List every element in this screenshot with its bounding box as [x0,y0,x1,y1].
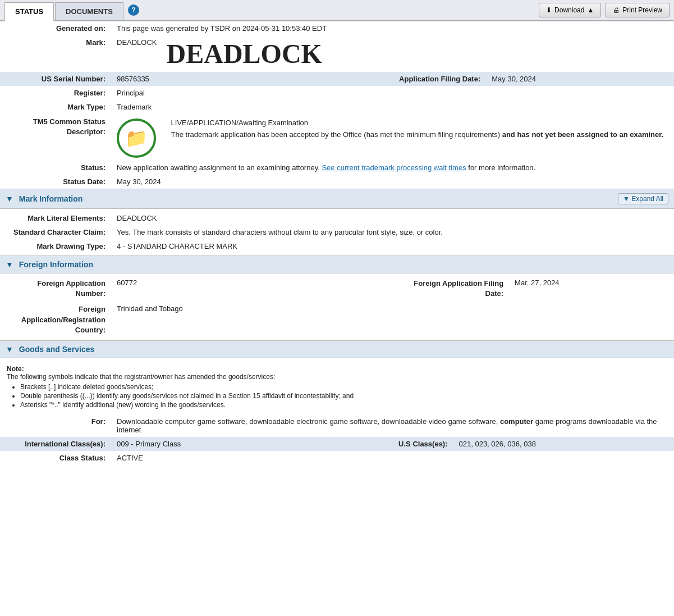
status-date-label: Status Date: [0,175,112,189]
tab-documents[interactable]: DOCUMENTS [55,2,123,20]
goods-services-section-header[interactable]: ▼ Goods and Services [0,340,674,358]
folder-icon: 📁 [125,127,148,149]
register-label: Register: [0,86,112,100]
foreign-country-label: ForeignApplication/RegistrationCountry: [0,302,112,338]
tab-status[interactable]: STATUS [4,2,54,21]
app-filing-value: May 30, 2024 [487,72,674,86]
tm5-icon-cell: 📁 [112,114,162,161]
std-char-row: Standard Character Claim: Yes. The mark … [0,225,674,239]
literal-elements-row: Mark Literal Elements: DEADLOCK [0,211,674,225]
gs-bullet-3: Asterisks "*.." identify additional (new… [20,401,667,409]
gs-table: For: Downloadable computer game software… [0,414,674,465]
foreign-app-number-value: 60772 [112,276,201,302]
generated-label: Generated on: [0,21,112,35]
tm5-label: TM5 Common StatusDescriptor: [0,114,112,161]
register-value: Principal [112,86,674,100]
generated-row: Generated on: This page was generated by… [0,21,674,35]
help-icon[interactable]: ? [128,4,139,16]
gs-for-row: For: Downloadable computer game software… [0,414,674,437]
gs-class-status-row: Class Status: ACTIVE [0,451,674,465]
tm5-status-title: LIVE/APPLICATION/Awaiting Examination [171,118,670,127]
generated-value: This page was generated by TSDR on 2024-… [112,21,674,35]
print-icon: 🖨 [613,6,620,14]
mark-info-header-left: ▼ Mark Information [6,194,82,203]
drawing-type-label: Mark Drawing Type: [0,239,112,253]
gs-note: Note: The following symbols indicate tha… [0,361,674,414]
print-label: Print Preview [622,6,662,14]
foreign-info-section-header[interactable]: ▼ Foreign Information [0,255,674,273]
goods-services-body: Note: The following symbols indicate tha… [0,358,674,467]
drawing-type-value: 4 - STANDARD CHARACTER MARK [112,239,674,253]
download-label: Download [554,6,584,14]
status-label: Status: [0,161,112,175]
top-info-table: Generated on: This page was generated by… [0,21,674,189]
print-preview-button[interactable]: 🖨 Print Preview [606,3,670,17]
gs-class-status-label: Class Status: [0,451,112,465]
mark-type-value: Trademark [112,100,674,114]
std-char-label: Standard Character Claim: [0,225,112,239]
expand-icon: ▼ [623,195,630,203]
mark-display: DEADLOCK [162,35,674,72]
gs-intl-class-value: 009 - Primary Class [112,437,299,451]
status-value-plain: New application awaiting assignment to a… [117,163,320,172]
mark-info-table: Mark Literal Elements: DEADLOCK Standard… [0,211,674,253]
gs-for-value: Downloadable computer game software, dow… [112,414,674,437]
download-arrow: ▲ [587,6,594,14]
us-serial-value: 98576335 [112,72,162,86]
status-value-after: for more information. [468,163,535,172]
mark-type-row: Mark Type: Trademark [0,100,674,114]
tab-actions: ⬇ Download ▲ 🖨 Print Preview [539,3,670,17]
goods-services-triangle: ▼ [6,345,13,354]
download-button[interactable]: ⬇ Download ▲ [539,3,601,17]
status-row: Status: New application awaiting assignm… [0,161,674,175]
foreign-info-title: Foreign Information [19,260,93,269]
foreign-info-table: Foreign ApplicationNumber: 60772 Foreign… [0,276,674,338]
goods-services-header-left: ▼ Goods and Services [6,345,94,354]
status-value-cell: New application awaiting assignment to a… [112,161,674,175]
mark-info-title: Mark Information [19,194,83,203]
gs-class-row: International Class(es): 009 - Primary C… [0,437,674,451]
gs-us-class-value: 021, 023, 026, 036, 038 [455,437,674,451]
main-content: Generated on: This page was generated by… [0,21,674,467]
download-icon: ⬇ [546,6,552,14]
status-date-value: May 30, 2024 [112,175,674,189]
gs-note-intro: The following symbols indicate that the … [7,373,275,381]
drawing-type-row: Mark Drawing Type: 4 - STANDARD CHARACTE… [0,239,674,253]
gs-class-status-value: ACTIVE [112,451,674,465]
foreign-info-header-left: ▼ Foreign Information [6,260,93,269]
expand-all-button[interactable]: ▼ Expand All [618,193,668,204]
gs-note-label: Note: [7,365,24,373]
gs-intl-class-label: International Class(es): [0,437,112,451]
mark-label: Mark: [0,35,112,72]
gs-bullet-2: Double parenthesis ((...)) identify any … [20,392,667,400]
literal-value: DEADLOCK [112,211,674,225]
foreign-app-filing-label: Foreign Application FilingDate: [201,276,510,302]
expand-all-label: Expand All [631,195,663,203]
gs-bullet-1: Brackets [..] indicate deleted goods/ser… [20,383,667,391]
mark-type-label: Mark Type: [0,100,112,114]
tabs-bar: STATUS DOCUMENTS ? ⬇ Download ▲ 🖨 Print … [0,0,674,21]
tm5-row: TM5 Common StatusDescriptor: 📁 LIVE/APPL… [0,114,674,161]
foreign-app-number-label: Foreign ApplicationNumber: [0,276,112,302]
status-link[interactable]: See current trademark processing wait ti… [322,163,466,172]
mark-info-section-header[interactable]: ▼ Mark Information ▼ Expand All [0,189,674,209]
goods-services-title: Goods and Services [19,345,95,354]
mark-info-body: Mark Literal Elements: DEADLOCK Standard… [0,209,674,255]
status-date-row: Status Date: May 30, 2024 [0,175,674,189]
serial-row: US Serial Number: 98576335 Application F… [0,72,674,86]
foreign-country-row: ForeignApplication/RegistrationCountry: … [0,302,674,338]
foreign-info-body: Foreign ApplicationNumber: 60772 Foreign… [0,273,674,340]
foreign-info-triangle: ▼ [6,260,13,269]
foreign-app-filing-value: Mar. 27, 2024 [510,276,674,302]
gs-note-list: Brackets [..] indicate deleted goods/ser… [20,383,667,409]
mark-value: DEADLOCK [112,35,162,72]
gs-us-class-label: U.S Class(es): [299,437,455,451]
tm5-status-icon: 📁 [117,118,156,158]
foreign-country-value: Trinidad and Tobago [112,302,674,338]
app-filing-label: Application Filing Date: [162,72,488,86]
us-serial-label: US Serial Number: [0,72,112,86]
std-char-value: Yes. The mark consists of standard chara… [112,225,674,239]
tm5-status-desc: The trademark application has been accep… [171,130,670,139]
literal-label: Mark Literal Elements: [0,211,112,225]
foreign-app-number-row: Foreign ApplicationNumber: 60772 Foreign… [0,276,674,302]
